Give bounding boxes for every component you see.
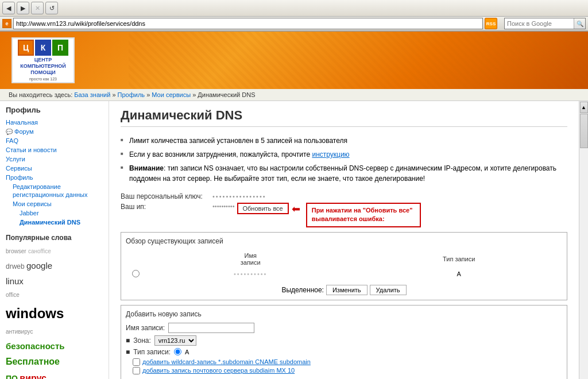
sidebar-item-services[interactable]: Услуги xyxy=(6,154,103,164)
sidebar-item-profile[interactable]: Профиль xyxy=(6,173,103,182)
zone-bullet: ■ xyxy=(126,337,130,345)
update-all-button[interactable]: Обновить все xyxy=(237,203,289,214)
record-radio-cell[interactable] xyxy=(127,268,144,280)
selected-row: Выделенное: Изменить Удалить xyxy=(126,285,562,295)
word-windows[interactable]: windows xyxy=(6,305,64,321)
sidebar-item-my-services[interactable]: Мои сервисы xyxy=(13,199,103,208)
selected-label: Выделенное: xyxy=(281,286,324,294)
wildcard-checkbox-row: добавить wildcard-запись *.subdomain CNA… xyxy=(126,358,562,366)
page-icon: e xyxy=(2,19,11,28)
sidebar-item-serv[interactable]: Сервисы xyxy=(6,164,103,173)
sidebar-profile-title: Профиль xyxy=(6,106,103,114)
record-type-cell: A xyxy=(357,268,561,280)
error-tooltip: При нажатии на "Обновить все" вываливает… xyxy=(306,203,421,227)
sidebar-item-faq[interactable]: FAQ xyxy=(6,136,103,145)
breadcrumb: Вы находитесь здесь: База знаний » Профи… xyxy=(0,89,588,101)
search-button[interactable]: 🔍 xyxy=(574,18,585,29)
wildcard-checkbox-label[interactable]: добавить wildcard-запись *.subdomain CNA… xyxy=(142,358,311,365)
ip-label: Ваш ип: xyxy=(121,203,212,211)
content-area: Динамический DNS Лимит количества записе… xyxy=(109,101,579,379)
name-field-input[interactable] xyxy=(168,323,254,333)
page-title: Динамический DNS xyxy=(121,108,567,127)
sidebar-item-ddns[interactable]: Динамический DNS xyxy=(20,218,103,227)
word-canoffice[interactable]: caноfficе xyxy=(28,248,51,254)
word-antivirus[interactable]: антивирус xyxy=(6,328,33,335)
record-type-label: Тип записи: xyxy=(133,348,171,356)
back-button[interactable]: ◀ xyxy=(2,2,15,14)
col-type: Тип записи xyxy=(357,251,561,267)
breadcrumb-link-profile[interactable]: Профиль xyxy=(118,91,145,98)
search-input[interactable] xyxy=(505,18,574,29)
breadcrumb-text: Вы находитесь здесь: xyxy=(9,91,72,98)
word-linux[interactable]: linux xyxy=(6,276,24,286)
sidebar-item-forum[interactable]: 💬 Форум xyxy=(6,127,103,136)
zone-select[interactable]: vrn123.ru xyxy=(154,335,196,346)
word-virus[interactable]: вирус xyxy=(20,373,47,379)
sidebar-item-edit-reg[interactable]: Редактирование регистрационных данных xyxy=(13,182,103,199)
site-logo: Ц К П ЦЕНТР КОМПЬЮТЕРНОЙ ПОМОЩИ просто к… xyxy=(11,37,75,83)
popular-words-section: Популярные слова browser caноfficе drweb… xyxy=(6,234,103,379)
instruction-link[interactable]: инструкцию xyxy=(312,150,349,158)
main-layout: Профиль Начальная 💬 Форум FAQ Статьи и н… xyxy=(0,101,588,379)
scrollbar[interactable]: ▲ xyxy=(579,101,588,379)
breadcrumb-current: Динамический DNS xyxy=(198,91,255,98)
popular-words-title: Популярные слова xyxy=(6,234,103,242)
record-radio[interactable] xyxy=(132,270,140,277)
record-type-radio-a[interactable] xyxy=(174,348,181,355)
logo-subtitle: просто как 123 xyxy=(29,77,57,81)
word-browser[interactable]: browser xyxy=(6,248,26,254)
word-google[interactable]: google xyxy=(26,261,52,270)
info-list: Лимит количества записей установлен в 5 … xyxy=(121,134,567,185)
forward-button[interactable]: ▶ xyxy=(17,2,29,14)
ip-row: Ваш ип: •••••••••• Обновить все ⬅ При на… xyxy=(121,203,567,227)
record-type-bullet: ■ xyxy=(126,348,130,356)
header-pattern xyxy=(129,32,588,89)
sidebar: Профиль Начальная 💬 Форум FAQ Статьи и н… xyxy=(0,101,109,379)
address-input[interactable] xyxy=(13,18,483,29)
refresh-button[interactable]: ↺ xyxy=(45,2,58,14)
records-box-title: Обзор существующих записей xyxy=(126,237,562,245)
rss-button[interactable]: RSS xyxy=(485,18,497,29)
site-header: Ц К П ЦЕНТР КОМПЬЮТЕРНОЙ ПОМОЩИ просто к… xyxy=(0,32,588,89)
breadcrumb-link-services[interactable]: Мои сервисы xyxy=(152,91,191,98)
word-po[interactable]: ПО xyxy=(6,374,18,379)
info-item-3: Внимание: тип записи NS означает, что вы… xyxy=(121,161,567,185)
breadcrumb-link-knowledge[interactable]: База знаний xyxy=(74,91,110,98)
browser-toolbar: ◀ ▶ ✕ ↺ xyxy=(0,0,588,17)
records-table-body: •••••••••• A xyxy=(127,268,561,280)
search-container: 🔍 xyxy=(504,18,586,29)
word-cloud: browser caноfficе drweb google linux off… xyxy=(6,245,103,379)
browser-chrome: ◀ ▶ ✕ ↺ e RSS 🔍 xyxy=(0,0,588,32)
arrow-icon: ⬅ xyxy=(292,203,300,215)
wildcard-checkbox[interactable] xyxy=(133,358,140,366)
mx-checkbox[interactable] xyxy=(133,367,140,374)
sidebar-profile-section: Профиль Начальная 💬 Форум FAQ Статьи и н… xyxy=(6,106,103,227)
change-button[interactable]: Изменить xyxy=(326,285,368,295)
word-office[interactable]: office xyxy=(6,292,20,298)
word-drweb[interactable]: drweb xyxy=(6,262,25,270)
word-freeware[interactable]: Бесплатное xyxy=(6,357,60,366)
personal-key-row: Ваш персональный ключ: •••••••••••••••• xyxy=(121,192,567,200)
sidebar-item-home[interactable]: Начальная xyxy=(6,118,103,127)
table-row: •••••••••• A xyxy=(127,268,561,280)
mx-checkbox-row: добавить запись почтового сервера subdia… xyxy=(126,367,562,374)
info-item-2: Если у вас возникли затруднения, пожалуй… xyxy=(121,148,567,161)
mx-checkbox-label[interactable]: добавить запись почтового сервера subdia… xyxy=(142,367,295,374)
sidebar-item-articles[interactable]: Статьи и новости xyxy=(6,145,103,154)
word-security[interactable]: безопасность xyxy=(6,341,65,351)
name-field-label: Имя записи: xyxy=(126,324,165,332)
sidebar-sub-profile: Редактирование регистрационных данных Мо… xyxy=(6,182,103,227)
zone-field-row: ■ Зона: vrn123.ru xyxy=(126,335,562,346)
records-box: Обзор существующих записей Имязаписи Тип… xyxy=(121,232,567,300)
info-item-1: Лимит количества записей установлен в 5 … xyxy=(121,134,567,148)
records-table: Имязаписи Тип записи •••••••••• xyxy=(126,250,562,281)
sidebar-sub-services: Jabber Динамический DNS xyxy=(13,208,103,227)
stop-button[interactable]: ✕ xyxy=(31,2,44,14)
sidebar-item-jabber[interactable]: Jabber xyxy=(20,208,103,218)
record-type-row: ■ Тип записи: A xyxy=(126,348,562,356)
zone-label: Зона: xyxy=(133,337,151,345)
delete-button[interactable]: Удалить xyxy=(370,285,407,295)
page-content: Ц К П ЦЕНТР КОМПЬЮТЕРНОЙ ПОМОЩИ просто к… xyxy=(0,32,588,379)
add-record-box: Добавить новую запись Имя записи: ■ Зона… xyxy=(121,305,567,379)
record-name-cell: •••••••••• xyxy=(145,268,355,280)
